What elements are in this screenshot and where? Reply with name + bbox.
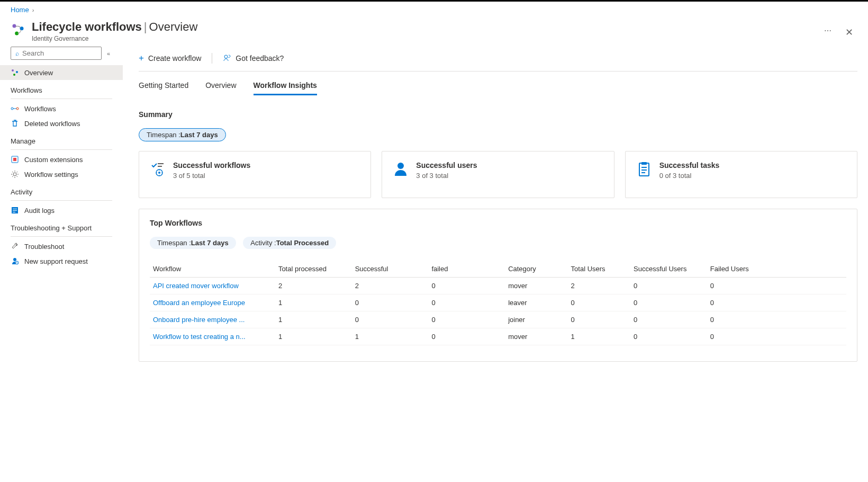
collapse-sidebar-button[interactable]: « xyxy=(105,48,112,59)
search-icon: ⌕ xyxy=(15,50,19,57)
cell: 1 xyxy=(275,311,352,328)
cell: 0 xyxy=(568,311,630,328)
cell: 0 xyxy=(352,311,429,328)
workflow-link[interactable]: Offboard an employee Europe xyxy=(153,299,245,307)
gear-icon xyxy=(11,170,19,178)
more-menu[interactable]: ⋯ xyxy=(821,25,835,36)
col-failed[interactable]: failed xyxy=(428,261,505,278)
cell: 0 xyxy=(707,278,846,294)
table-row: API created mover workflow220mover200 xyxy=(150,278,846,294)
svg-point-6 xyxy=(11,108,13,110)
card-value: 0 of 3 total xyxy=(659,172,720,180)
svg-point-3 xyxy=(12,69,14,72)
cell: 0 xyxy=(630,294,707,311)
cell: 2 xyxy=(568,278,630,294)
table-row: Workflow to test creating a n...110mover… xyxy=(150,328,846,345)
audit-logs-icon xyxy=(11,206,19,215)
top-workflows-panel: Top Workflows Timespan : Last 7 days Act… xyxy=(139,209,857,362)
sidebar-section-activity: Activity xyxy=(0,182,123,198)
sidebar-item-overview[interactable]: Overview xyxy=(0,65,123,80)
sidebar-item-label: Workflow settings xyxy=(24,171,78,178)
svg-point-0 xyxy=(13,24,16,28)
overview-icon xyxy=(11,68,19,77)
sidebar-search[interactable]: ⌕ xyxy=(11,47,102,60)
timespan-filter[interactable]: Timespan : Last 7 days xyxy=(139,128,226,141)
cell: mover xyxy=(505,278,567,294)
search-input[interactable] xyxy=(22,49,97,57)
support-person-icon xyxy=(11,257,19,265)
create-workflow-button[interactable]: + Create workflow xyxy=(139,53,201,64)
sidebar-item-audit-logs[interactable]: Audit logs xyxy=(0,203,123,218)
sidebar: ⌕ « Overview Workflows Workflows Deleted… xyxy=(0,47,123,372)
cell: mover xyxy=(505,328,567,345)
sidebar-item-label: Audit logs xyxy=(24,207,55,215)
tabs: Getting Started Overview Workflow Insigh… xyxy=(139,72,857,95)
card-value: 3 of 5 total xyxy=(173,172,250,180)
card-value: 3 of 3 total xyxy=(416,172,477,180)
page-title: Lifecycle workflows|Overview xyxy=(32,20,815,34)
svg-point-21 xyxy=(158,172,160,174)
col-successful-users[interactable]: Successful Users xyxy=(630,261,707,278)
summary-cards: Successful workflows 3 of 5 total Succes… xyxy=(139,151,857,198)
cell: joiner xyxy=(505,311,567,328)
user-icon xyxy=(393,161,409,177)
plus-icon: + xyxy=(139,53,144,64)
cell: 2 xyxy=(352,278,429,294)
lifecycle-icon xyxy=(11,22,25,37)
sidebar-item-troubleshoot[interactable]: Troubleshoot xyxy=(0,239,123,254)
workflow-link[interactable]: Workflow to test creating a n... xyxy=(153,333,246,341)
top-workflows-title: Top Workflows xyxy=(150,219,846,227)
svg-point-22 xyxy=(397,163,404,169)
cell: 0 xyxy=(707,294,846,311)
clipboard-icon xyxy=(636,161,652,177)
feedback-button[interactable]: Got feedback? xyxy=(223,54,284,63)
cell: 0 xyxy=(428,278,505,294)
sidebar-item-deleted-workflows[interactable]: Deleted workflows xyxy=(0,116,123,131)
top-workflows-table: Workflow Total processed Successful fail… xyxy=(150,261,846,345)
timespan-filter-2[interactable]: Timespan : Last 7 days xyxy=(150,237,236,249)
cell: 0 xyxy=(428,294,505,311)
cell: 1 xyxy=(275,294,352,311)
tab-getting-started[interactable]: Getting Started xyxy=(139,77,188,95)
card-successful-users: Successful users 3 of 3 total xyxy=(382,151,614,198)
cell: 0 xyxy=(630,278,707,294)
cell: 2 xyxy=(275,278,352,294)
sidebar-item-workflow-settings[interactable]: Workflow settings xyxy=(0,167,123,182)
svg-point-4 xyxy=(16,71,18,73)
svg-rect-27 xyxy=(641,172,645,173)
workflow-link[interactable]: API created mover workflow xyxy=(153,282,239,290)
toolbar: + Create workflow Got feedback? xyxy=(139,47,857,71)
wrench-icon xyxy=(11,242,19,251)
tab-workflow-insights[interactable]: Workflow Insights xyxy=(254,77,317,95)
workflows-check-icon xyxy=(150,161,166,177)
sidebar-item-workflows[interactable]: Workflows xyxy=(0,101,123,116)
col-total-processed[interactable]: Total processed xyxy=(275,261,352,278)
col-category[interactable]: Category xyxy=(505,261,567,278)
sidebar-item-new-support[interactable]: New support request xyxy=(0,254,123,269)
svg-rect-14 xyxy=(13,212,15,212)
page-header: Lifecycle workflows|Overview Identity Go… xyxy=(0,18,868,47)
svg-rect-12 xyxy=(13,209,17,209)
col-failed-users[interactable]: Failed Users xyxy=(707,261,846,278)
cell: 0 xyxy=(352,294,429,311)
svg-rect-26 xyxy=(641,169,647,171)
svg-point-10 xyxy=(13,173,16,176)
sidebar-item-custom-extensions[interactable]: Custom extensions xyxy=(0,152,123,167)
col-total-users[interactable]: Total Users xyxy=(568,261,630,278)
breadcrumb-home[interactable]: Home xyxy=(11,6,29,14)
sidebar-item-label: Troubleshoot xyxy=(24,243,64,251)
card-title: Successful workflows xyxy=(173,161,250,169)
workflow-link[interactable]: Onboard pre-hire employee ... xyxy=(153,316,245,324)
col-successful[interactable]: Successful xyxy=(352,261,429,278)
close-button[interactable]: ✕ xyxy=(841,22,857,42)
svg-rect-19 xyxy=(158,166,162,167)
cell: leaver xyxy=(505,294,567,311)
table-row: Onboard pre-hire employee ...100joiner00… xyxy=(150,311,846,328)
card-successful-tasks: Successful tasks 0 of 3 total xyxy=(625,151,857,198)
cell: 0 xyxy=(428,328,505,345)
col-workflow[interactable]: Workflow xyxy=(150,261,275,278)
card-successful-workflows: Successful workflows 3 of 5 total xyxy=(139,151,371,198)
cell: 0 xyxy=(630,311,707,328)
activity-filter[interactable]: Activity : Total Processed xyxy=(243,237,336,249)
tab-overview[interactable]: Overview xyxy=(205,77,236,95)
